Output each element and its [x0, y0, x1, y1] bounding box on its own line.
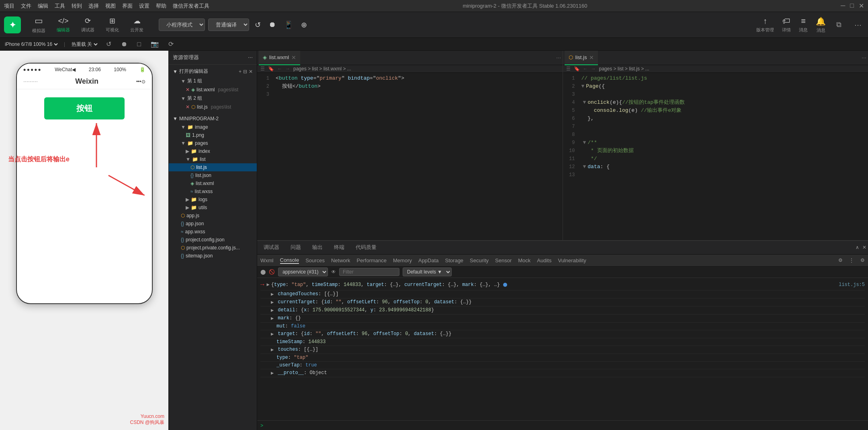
menu-item-help[interactable]: 帮助 — [156, 2, 166, 10]
left-editor-more[interactable]: ⋯ — [556, 55, 561, 61]
mode-selector[interactable]: 小程序模式 — [159, 19, 205, 31]
console-expand-arrow[interactable]: ▶ — [267, 282, 270, 288]
file-listwxss[interactable]: ≈ list.wxss — [169, 187, 257, 195]
expand-proto[interactable]: ▶ — [271, 370, 274, 376]
expand-mark[interactable]: ▶ — [271, 315, 274, 321]
file-projectconfig[interactable]: {} project.config.json — [169, 236, 257, 244]
devtools-collapse-icon[interactable]: ∧ — [856, 245, 859, 250]
message-action[interactable]: 🔔 消息 — [816, 16, 826, 33]
console-more-icon[interactable]: ⋮ — [849, 257, 854, 263]
right-editor-more[interactable]: ⋯ — [862, 55, 866, 61]
project-section[interactable]: ▼ MINIPROGRAM-2 — [169, 114, 257, 123]
clear-icon[interactable]: 🚫 — [269, 269, 275, 275]
detail-action[interactable]: ≡ 消息 — [799, 16, 808, 33]
close-file-icon[interactable]: ✕ — [186, 87, 190, 93]
open-editors-section[interactable]: ▼ 打开的编辑器 + ⊟ ✕ — [169, 66, 257, 76]
menu-item-interface[interactable]: 界面 — [122, 2, 133, 10]
refresh-button[interactable]: ↺ — [252, 20, 263, 30]
compile-selector[interactable]: 普通编译 — [208, 19, 249, 31]
file-projectprivate[interactable]: ⬡ project.private.config.js... — [169, 244, 257, 252]
subtab-memory[interactable]: Memory — [393, 257, 412, 263]
folder-utils[interactable]: ▶ 📁 utils — [169, 204, 257, 212]
subtab-console[interactable]: Console — [280, 257, 299, 264]
share-button[interactable]: ⟳ — [166, 39, 176, 49]
subtab-mock[interactable]: Mock — [518, 257, 530, 263]
file-appjs[interactable]: ⬡ app.js — [169, 212, 257, 220]
subtab-storage[interactable]: Storage — [445, 257, 464, 263]
tab-debugger[interactable]: 调试器 — [259, 241, 284, 254]
folder-logs[interactable]: ▶ 📁 logs — [169, 195, 257, 204]
menu-item-goto[interactable]: 转到 — [72, 2, 82, 10]
menu-item-file[interactable]: 文件 — [21, 2, 31, 10]
maximize-button[interactable]: □ — [850, 2, 854, 10]
folder-pages[interactable]: ▼ 📁 pages — [169, 139, 257, 147]
more-files-icon[interactable]: ⋯ — [248, 55, 253, 60]
folder-image[interactable]: ▼ 📁 image — [169, 123, 257, 131]
close-button[interactable]: ✕ — [859, 2, 864, 10]
split-icon[interactable]: ⊟ — [243, 69, 247, 74]
file-listwxml[interactable]: ◈ list.wxml — [169, 179, 257, 187]
tab-terminal[interactable]: 终端 — [329, 241, 349, 254]
device-button[interactable]: 📱 — [282, 20, 295, 30]
expand-currenttarget[interactable]: ▶ — [271, 299, 274, 305]
menu-item-tools[interactable]: 工具 — [55, 2, 65, 10]
eye-icon[interactable]: 👁 — [331, 269, 336, 275]
left-forward-icon[interactable]: → — [285, 66, 290, 72]
file-listjs[interactable]: ⬡ list.js — [169, 163, 257, 171]
tab-codequality[interactable]: 代码质量 — [351, 241, 381, 254]
file-appjson[interactable]: {} app.json — [169, 220, 257, 228]
open-file-wxml[interactable]: ✕ ◈ list.wxml pages\list — [169, 86, 257, 94]
expand-target[interactable]: ▶ — [271, 331, 274, 337]
tool-cloud[interactable]: ☁ 云开发 — [126, 15, 147, 35]
right-back-icon[interactable]: ← — [583, 66, 588, 72]
left-back-icon[interactable]: ← — [277, 66, 282, 72]
device-selector[interactable]: iPhone 6/7/8 100% 16 — [3, 41, 59, 47]
subtab-sensor[interactable]: Sensor — [495, 257, 512, 263]
subtab-sources[interactable]: Sources — [305, 257, 325, 263]
file-1png[interactable]: 🖼 1.png — [169, 131, 257, 139]
group1-header[interactable]: ▼ 第 1 组 — [169, 76, 257, 86]
log-level-selector[interactable]: Default levels ▼ — [403, 267, 452, 276]
file-sitemap[interactable]: {} sitemap.json — [169, 252, 257, 260]
tool-visualize[interactable]: ⊞ 可视化 — [102, 15, 123, 35]
right-forward-icon[interactable]: → — [591, 66, 596, 72]
subtab-appdata[interactable]: AppData — [418, 257, 439, 263]
tab-output[interactable]: 输出 — [307, 241, 328, 254]
file-listjson[interactable]: {} list.json — [169, 171, 257, 179]
rotate-button[interactable]: ↺ — [104, 39, 114, 49]
open-file-js[interactable]: ✕ ⬡ list.js pages\list — [169, 103, 257, 111]
settings-icon[interactable]: ⚙ — [838, 257, 843, 263]
expand-changedtouches[interactable]: ▶ — [271, 291, 274, 297]
subtab-audits[interactable]: Audits — [537, 257, 551, 263]
phone-button[interactable]: 按钮 — [44, 97, 125, 119]
subtab-security[interactable]: Security — [470, 257, 489, 263]
tool-simulator[interactable]: ▭ 模拟器 — [28, 14, 49, 35]
console-input[interactable] — [266, 422, 865, 428]
menu-item-edit[interactable]: 编辑 — [38, 2, 48, 10]
add-button[interactable]: ⊕ — [299, 20, 309, 30]
subtab-vulnerability[interactable]: Vulnerability — [558, 257, 586, 263]
devtools-close-icon[interactable]: ✕ — [862, 245, 866, 250]
source-ref-main[interactable]: list.js:5 — [839, 282, 865, 288]
subtab-performance[interactable]: Performance — [357, 257, 387, 263]
tool-debugger[interactable]: ⟳ 调试器 — [77, 15, 98, 35]
subtab-wxml[interactable]: Wxml — [260, 257, 274, 263]
console-settings2-icon[interactable]: ⚙ — [860, 257, 865, 263]
right-editor-tab[interactable]: ⬡ list.js ✕ — [565, 51, 598, 65]
more-button[interactable]: ⋯ — [852, 20, 864, 30]
expand-touches[interactable]: ▶ — [271, 347, 274, 353]
subtab-network[interactable]: Network — [331, 257, 350, 263]
menu-item-weixin[interactable]: 微信开发者工具 — [173, 2, 209, 10]
stop-recording-icon[interactable]: ⬤ — [260, 269, 266, 275]
upload-action[interactable]: ↑ 版本管理 — [756, 16, 774, 33]
tool-editor[interactable]: </> 编辑器 — [53, 15, 74, 35]
split-view-button[interactable]: ⧉ — [834, 20, 844, 30]
group2-header[interactable]: ▼ 第 2 组 — [169, 94, 257, 103]
console-filter-input[interactable] — [339, 268, 399, 276]
hotreload-selector[interactable]: 热重载 关 — [70, 41, 99, 47]
menu-item-project[interactable]: 项目 — [4, 2, 14, 10]
menu-item-select[interactable]: 选择 — [88, 2, 99, 10]
menu-item-view[interactable]: 视图 — [105, 2, 116, 10]
play-button[interactable]: ⏺ — [266, 20, 278, 30]
version-action[interactable]: 🏷 详情 — [782, 16, 791, 33]
